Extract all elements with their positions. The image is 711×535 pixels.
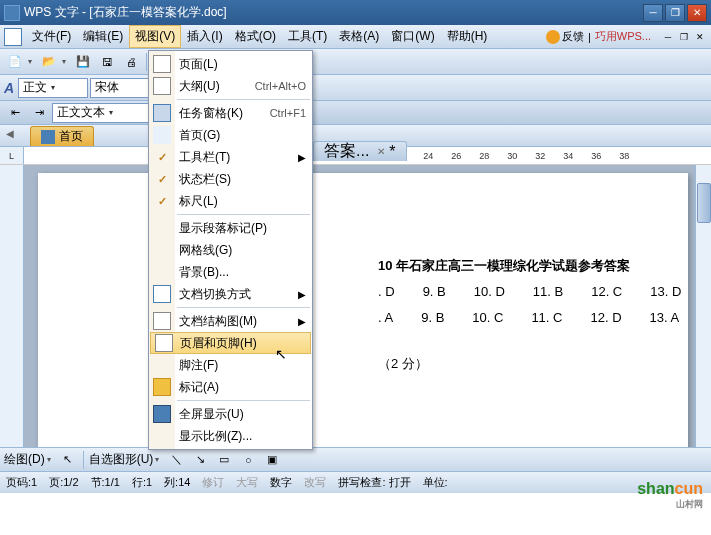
answer-row-2: . A9. B10. C11. C12. D13. A: [378, 305, 688, 331]
minimize-button[interactable]: ─: [643, 4, 663, 22]
menu-item-label: 背景(B)...: [179, 264, 229, 281]
menu-item[interactable]: ✓标尺(L): [149, 190, 312, 212]
outline-left-icon[interactable]: ⇤: [4, 102, 26, 124]
mdi-close[interactable]: ✕: [693, 31, 707, 43]
tab-nav-left-icon[interactable]: ◀: [6, 128, 14, 139]
drawing-toolbar: 绘图(D)▾ ↖ 自选图形(U)▾ ＼ ↘ ▭ ○ ▣: [0, 447, 711, 471]
saveas-button[interactable]: 🖫: [96, 51, 118, 73]
menu-item[interactable]: 大纲(U)Ctrl+Alt+O: [149, 75, 312, 97]
full-icon: [153, 405, 171, 423]
menu-item-label: 脚注(F): [179, 357, 218, 374]
menu-item[interactable]: 首页(G): [149, 124, 312, 146]
statusbar: 页码:1 页:1/2 节:1/1 行:1 列:14 修订 大写 数字 改写 拼写…: [0, 471, 711, 493]
menu-item-label: 页面(L): [179, 56, 218, 73]
style-combo[interactable]: 正文▾: [18, 78, 88, 98]
answer-row-1: . D9. B10. D11. B12. C13. D: [378, 279, 688, 305]
window-title: WPS 文字 - [石家庄一模答案化学.doc]: [24, 4, 643, 21]
format-toolbar: A 正文▾ 宋体: [0, 75, 711, 101]
view-menu-dropdown: 页面(L)大纲(U)Ctrl+Alt+O任务窗格(K)Ctrl+F1首页(G)✓…: [148, 50, 313, 450]
outline-right-icon[interactable]: ⇥: [28, 102, 50, 124]
menu-item-label: 首页(G): [179, 127, 220, 144]
select-icon[interactable]: ↖: [57, 449, 79, 471]
check-icon: ✓: [153, 148, 171, 166]
menu-item[interactable]: ✓状态栏(S): [149, 168, 312, 190]
check-icon: ✓: [153, 192, 171, 210]
menu-item[interactable]: 背景(B)...: [149, 261, 312, 283]
menu-item[interactable]: 文档切换方式▶: [149, 283, 312, 305]
textbox-icon[interactable]: ▣: [261, 449, 283, 471]
menu-item-label: 文档结构图(M): [179, 313, 257, 330]
oval-icon[interactable]: ○: [237, 449, 259, 471]
maximize-button[interactable]: ❐: [665, 4, 685, 22]
save-button[interactable]: 💾: [72, 51, 94, 73]
menu-item-label: 任务窗格(K): [179, 105, 243, 122]
menu-item-label: 大纲(U): [179, 78, 220, 95]
menu-item[interactable]: 网格线(G): [149, 239, 312, 261]
menu-format[interactable]: 格式(O): [229, 25, 282, 48]
menu-item-label: 全屏显示(U): [179, 406, 244, 423]
status-caps[interactable]: 大写: [236, 475, 258, 490]
document-page[interactable]: 10 年石家庄高三一模理综化学试题参考答案 . D9. B10. D11. B1…: [38, 173, 688, 447]
status-over[interactable]: 改写: [304, 475, 326, 490]
scrollbar-thumb[interactable]: [697, 183, 711, 223]
menu-item[interactable]: 文档结构图(M)▶: [149, 310, 312, 332]
menu-tools[interactable]: 工具(T): [282, 25, 333, 48]
menu-item[interactable]: ✓工具栏(T)▶: [149, 146, 312, 168]
tab-close-icon[interactable]: ✕: [377, 146, 385, 157]
hf-icon: [155, 334, 173, 352]
menu-item-label: 显示比例(Z)...: [179, 428, 252, 445]
feedback-link[interactable]: 反馈: [546, 29, 584, 44]
menu-item[interactable]: 显示段落标记(P): [149, 217, 312, 239]
submenu-arrow-icon: ▶: [298, 289, 306, 300]
doc-name: [石家庄一模答案化学.doc]: [89, 5, 226, 19]
close-button[interactable]: ✕: [687, 4, 707, 22]
status-col: 列:14: [164, 475, 190, 490]
menu-view[interactable]: 视图(V): [129, 25, 181, 48]
status-num[interactable]: 数字: [270, 475, 292, 490]
menu-item[interactable]: 页面(L): [149, 53, 312, 75]
menu-file[interactable]: 文件(F): [26, 25, 77, 48]
autoshape-label[interactable]: 自选图形(U): [89, 451, 154, 468]
print-button[interactable]: 🖨: [120, 51, 142, 73]
arrow-icon[interactable]: ↘: [189, 449, 211, 471]
font-combo[interactable]: 宋体: [90, 78, 150, 98]
blank-icon: [153, 241, 171, 259]
open-button[interactable]: 📂: [38, 51, 60, 73]
menu-insert[interactable]: 插入(I): [181, 25, 228, 48]
draw-label[interactable]: 绘图(D): [4, 451, 45, 468]
menu-item[interactable]: 页眉和页脚(H): [150, 332, 311, 354]
vertical-scrollbar[interactable]: [695, 165, 711, 447]
status-pagecode: 页码:1: [6, 475, 37, 490]
menu-help[interactable]: 帮助(H): [441, 25, 494, 48]
mdi-minimize[interactable]: ─: [661, 31, 675, 43]
tab-doc-partial[interactable]: 答案...✕*: [313, 141, 407, 161]
menu-item[interactable]: 任务窗格(K)Ctrl+F1: [149, 102, 312, 124]
line-icon[interactable]: ＼: [165, 449, 187, 471]
menu-item[interactable]: 脚注(F): [149, 354, 312, 376]
menu-item-label: 状态栏(S): [179, 171, 231, 188]
status-section: 节:1/1: [91, 475, 120, 490]
document-area: 10 年石家庄高三一模理综化学试题参考答案 . D9. B10. D11. B1…: [0, 165, 711, 447]
menu-item[interactable]: 标记(A): [149, 376, 312, 398]
menu-table[interactable]: 表格(A): [333, 25, 385, 48]
status-page: 页:1/2: [49, 475, 78, 490]
ruler-corner: L: [0, 147, 24, 164]
wps-tips-link[interactable]: 巧用WPS...: [595, 29, 651, 44]
rect-icon[interactable]: ▭: [213, 449, 235, 471]
tab-home[interactable]: 首页: [30, 126, 94, 146]
mdi-restore[interactable]: ❐: [677, 31, 691, 43]
wps-icon[interactable]: [4, 28, 22, 46]
menu-item-label: 标记(A): [179, 379, 219, 396]
window-buttons: ─ ❐ ✕: [643, 4, 707, 22]
menu-item[interactable]: 显示比例(Z)...: [149, 425, 312, 447]
feedback-icon: [546, 30, 560, 44]
menu-item-label: 显示段落标记(P): [179, 220, 267, 237]
new-button[interactable]: 📄: [4, 51, 26, 73]
style-icon: A: [4, 80, 14, 96]
menu-window[interactable]: 窗口(W): [385, 25, 440, 48]
status-unit: 单位:: [423, 475, 448, 490]
status-rev[interactable]: 修订: [202, 475, 224, 490]
menu-edit[interactable]: 编辑(E): [77, 25, 129, 48]
watermark: shancun 山村网: [637, 480, 703, 511]
menu-item[interactable]: 全屏显示(U): [149, 403, 312, 425]
